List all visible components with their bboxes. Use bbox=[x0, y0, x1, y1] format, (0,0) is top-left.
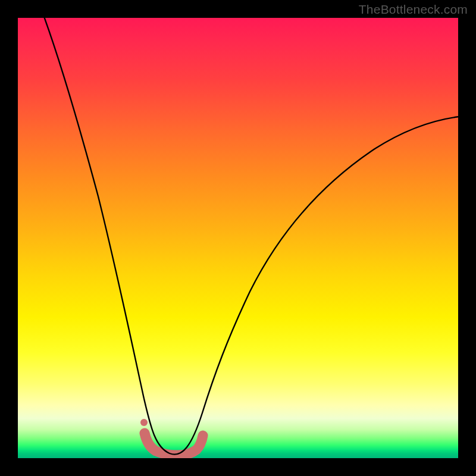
watermark-text: TheBottleneck.com bbox=[359, 2, 468, 17]
bottleneck-curve-path bbox=[44, 18, 458, 455]
plot-area bbox=[18, 18, 458, 458]
chart-stage: TheBottleneck.com bbox=[0, 0, 476, 476]
bottleneck-curve-svg bbox=[18, 18, 458, 458]
svg-point-0 bbox=[140, 419, 148, 426]
